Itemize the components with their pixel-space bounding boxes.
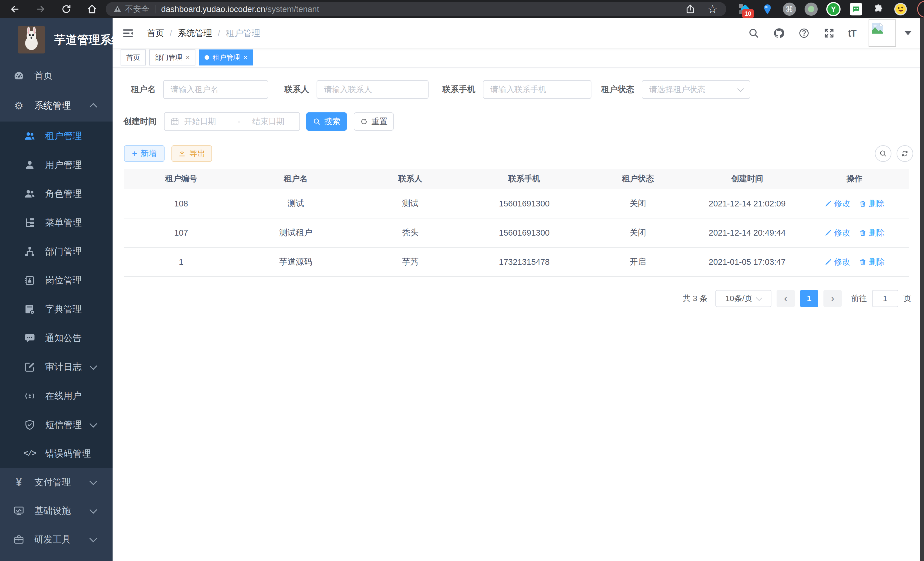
edit-pencil-icon (824, 229, 832, 237)
chevron-down-icon (756, 295, 763, 301)
cell-tenant-name: 芋道源码 (238, 256, 353, 268)
tab-close-icon[interactable]: × (243, 53, 248, 62)
create-time-range-picker[interactable]: 开始日期 - 结束日期 (164, 112, 300, 131)
sidebar-item-user-management[interactable]: 用户管理 (0, 150, 112, 179)
browser-forward-icon[interactable] (34, 3, 47, 15)
tab-close-icon[interactable]: × (186, 53, 190, 62)
delete-link[interactable]: 删除 (859, 227, 885, 238)
sidebar-item-online-users[interactable]: 在线用户 (0, 381, 112, 410)
emoji-profile-icon[interactable] (894, 2, 908, 16)
puzzle-extensions-icon[interactable] (872, 2, 885, 16)
tab-home[interactable]: 首页 (121, 50, 146, 65)
font-size-icon[interactable]: tT (848, 28, 856, 39)
edit-link[interactable]: 修改 (824, 227, 850, 238)
sidebar-item-label: 短信管理 (45, 419, 82, 431)
security-status[interactable]: 不安全 (113, 4, 149, 15)
avatar[interactable] (868, 20, 896, 47)
tab-dept-management[interactable]: 部门管理 × (149, 50, 195, 65)
browser-back-icon[interactable] (9, 3, 21, 15)
edit-pencil-icon (824, 200, 832, 208)
sidebar-item-dict-management[interactable]: 字典管理 (0, 295, 112, 324)
yen-icon: ¥ (11, 477, 26, 487)
header-search-icon[interactable] (747, 27, 760, 39)
fullscreen-icon[interactable] (823, 27, 836, 39)
command-extension-icon[interactable]: ⌘ (783, 3, 796, 16)
search-button[interactable]: 搜索 (306, 112, 347, 131)
reset-button[interactable]: 重置 (354, 112, 394, 131)
edit-link[interactable]: 修改 (824, 256, 850, 267)
sidebar-item-label: 错误码管理 (45, 447, 91, 460)
github-icon[interactable] (772, 27, 785, 39)
share-icon[interactable] (684, 3, 697, 15)
refresh-icon (901, 150, 909, 158)
sidebar-item-menu-management[interactable]: 菜单管理 (0, 208, 112, 237)
cell-tenant-id: 108 (124, 199, 238, 208)
page-size-value: 10条/页 (725, 293, 753, 304)
cell-created: 2021-12-14 20:49:44 (694, 228, 800, 238)
delete-link[interactable]: 删除 (859, 198, 885, 209)
delete-link[interactable]: 删除 (859, 256, 885, 267)
sidebar-item-post-management[interactable]: 岗位管理 (0, 266, 112, 295)
breadcrumb-home[interactable]: 首页 (147, 27, 164, 39)
sidebar-item-home[interactable]: 首页 (0, 61, 112, 90)
app-logo-row[interactable]: 芋道管理系统 (0, 18, 112, 61)
cell-contact: 测试 (353, 198, 467, 209)
export-button[interactable]: 导出 (171, 145, 212, 162)
sidebar-item-dev-tools[interactable]: 研发工具 (0, 525, 112, 554)
chat-extension-icon[interactable] (849, 2, 863, 16)
sidebar-item-error-code-management[interactable]: </> 错误码管理 (0, 439, 112, 468)
mobile-label: 联系手机 (442, 84, 476, 95)
sidebar-item-tenant-management[interactable]: 租户管理 (0, 122, 112, 150)
screen: 不安全 dashboard.yudao.iocoder.cn/system/te… (0, 0, 924, 561)
goto-page-input[interactable] (872, 290, 898, 307)
sidebar-item-system-management[interactable]: ⚙ 系统管理 (0, 90, 112, 122)
date-end-placeholder[interactable]: 结束日期 (243, 116, 294, 127)
tenant-name-input[interactable] (163, 80, 268, 99)
delete-link-label: 删除 (869, 256, 885, 267)
sidebar-item-audit-log[interactable]: 审计日志 (0, 353, 112, 381)
next-page-button[interactable]: › (824, 290, 842, 307)
column-header-actions: 操作 (800, 173, 909, 184)
sidebar-item-sms-management[interactable]: 短信管理 (0, 410, 112, 439)
sidebar-item-role-management[interactable]: 角色管理 (0, 179, 112, 208)
help-question-icon[interactable] (798, 27, 810, 39)
sidebar-collapse-icon[interactable] (121, 26, 135, 40)
browser-reload-icon[interactable] (60, 3, 73, 15)
sidebar-item-label: 研发工具 (34, 533, 71, 546)
url-text[interactable]: dashboard.yudao.iocoder.cn/system/tenant (161, 5, 319, 14)
browser-update-button[interactable]: 更新 (917, 1, 924, 18)
refresh-icon (360, 117, 368, 126)
sidebar-item-notice-announcement[interactable]: 通知公告 (0, 324, 112, 353)
bookmark-star-icon[interactable]: ☆ (706, 3, 719, 15)
edit-link[interactable]: 修改 (824, 198, 850, 209)
map-pin-extension-icon[interactable] (760, 2, 774, 16)
cell-tenant-name: 测试租户 (238, 227, 353, 238)
browser-home-icon[interactable] (86, 3, 98, 15)
cell-status: 开启 (581, 256, 694, 268)
add-button[interactable]: + 新增 (124, 145, 165, 162)
contact-input[interactable] (316, 80, 429, 99)
y-logo-extension-icon[interactable]: Y (826, 2, 841, 16)
date-start-placeholder[interactable]: 开始日期 (184, 116, 235, 127)
refresh-table-button[interactable] (897, 145, 913, 162)
show-search-toggle-button[interactable] (875, 145, 891, 162)
filter-row-1: 租户名 联系人 联系手机 租户状态 请选择租户状态 (131, 80, 750, 99)
tab-tenant-management[interactable]: 租户管理 × (199, 50, 253, 65)
sidebar-item-label: 字典管理 (45, 303, 82, 316)
prev-page-button[interactable]: ‹ (777, 290, 795, 307)
current-page-button[interactable]: 1 (800, 290, 818, 307)
recorder-extension-icon[interactable] (805, 3, 818, 16)
toolbox-icon (11, 534, 26, 545)
page-size-select[interactable]: 10条/页 (716, 290, 771, 307)
extension-pinned-icon[interactable]: 10 (738, 2, 752, 16)
export-button-label: 导出 (189, 148, 206, 159)
cell-created: 2021-01-05 17:03:47 (694, 257, 800, 267)
chevron-up-icon (89, 103, 97, 111)
avatar-caret-icon[interactable] (904, 31, 911, 35)
sidebar-item-infrastructure[interactable]: 基础设施 (0, 497, 112, 525)
address-bar[interactable]: 不安全 dashboard.yudao.iocoder.cn/system/te… (106, 2, 726, 16)
tenant-status-select[interactable]: 请选择租户状态 (642, 80, 750, 99)
sidebar-item-payment-management[interactable]: ¥ 支付管理 (0, 468, 112, 497)
sidebar-item-dept-management[interactable]: 部门管理 (0, 237, 112, 266)
mobile-input[interactable] (483, 80, 591, 99)
